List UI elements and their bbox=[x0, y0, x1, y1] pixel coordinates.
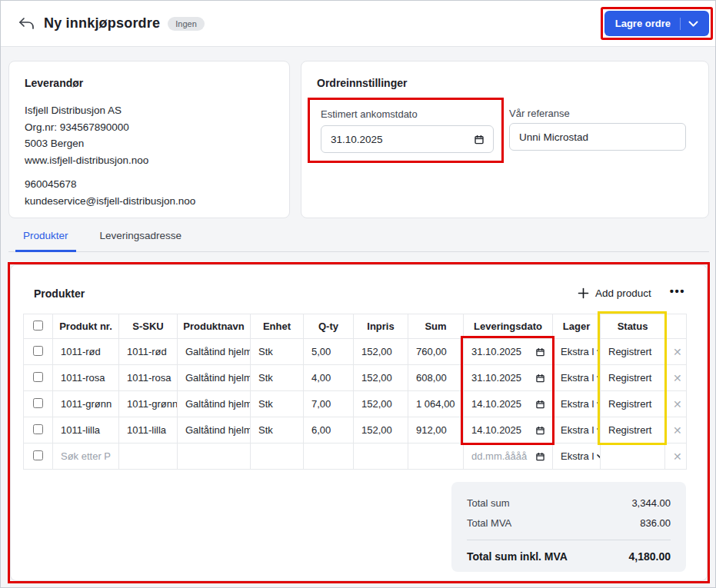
cell-inpris: 152,00 bbox=[354, 391, 408, 417]
more-options-button[interactable]: ••• bbox=[670, 284, 685, 302]
plus-icon bbox=[578, 287, 589, 299]
supplier-name: Isfjell Distribusjon AS bbox=[25, 102, 274, 119]
remove-row-icon[interactable]: ✕ bbox=[673, 372, 678, 384]
cell-inpris: 152,00 bbox=[354, 365, 408, 391]
col-leveringsdato: Leveringsdato bbox=[464, 314, 553, 339]
supplier-phone: 960045678 bbox=[25, 176, 274, 193]
order-settings-title: Ordreinnstillinger bbox=[317, 77, 407, 89]
cell-qty: 6,00 bbox=[304, 417, 354, 443]
warehouse-select[interactable]: Ekstra l bbox=[561, 398, 592, 410]
products-header: Produkter Add product ••• bbox=[11, 265, 707, 314]
warehouse-select[interactable]: Ekstra l bbox=[561, 346, 592, 357]
save-order-label: Lagre ordre bbox=[615, 18, 671, 29]
total-sum-value: 3,344.00 bbox=[631, 493, 671, 513]
products-title: Produkter bbox=[34, 287, 85, 300]
table-row: 1011-lilla 1011-lilla Galtåtind hjelm St… bbox=[24, 417, 687, 443]
supplier-orgnr: Org.nr: 934567890000 bbox=[25, 119, 274, 136]
col-enhet: Enhet bbox=[251, 314, 304, 339]
page-title: Ny innkjøpsordre bbox=[44, 15, 160, 32]
products-card: Produkter Add product ••• bbox=[10, 264, 708, 581]
annotation-red-box-products: Produkter Add product ••• bbox=[8, 262, 710, 583]
select-all-checkbox[interactable] bbox=[33, 321, 43, 331]
warehouse-select[interactable]: Ekstra l bbox=[561, 450, 592, 462]
new-product-row: dd.mm.åååå Ekstra l ✕ bbox=[24, 443, 687, 470]
cell-produktnavn: Galtåtind hjelm bbox=[178, 391, 251, 417]
col-status: Status bbox=[601, 314, 665, 339]
cell-status: Registrert bbox=[601, 339, 665, 365]
status-badge: Ingen bbox=[168, 17, 205, 31]
cell-produktnavn: Galtåtind hjelm bbox=[178, 417, 251, 443]
table-header-row: Produkt nr. S-SKU Produktnavn Enhet Q-ty… bbox=[24, 314, 687, 339]
add-product-label: Add product bbox=[595, 287, 651, 299]
button-divider bbox=[680, 18, 681, 30]
supplier-email: kundeservice@isfjell-distribusjon.noo bbox=[25, 193, 274, 210]
col-inpris: Inpris bbox=[354, 314, 408, 339]
delivery-date-input[interactable]: 31.10.2025 bbox=[471, 372, 544, 384]
row-checkbox[interactable] bbox=[33, 398, 43, 408]
cell-qty: 4,00 bbox=[304, 365, 354, 391]
arrival-date-input[interactable]: 31.10.2025 bbox=[321, 125, 494, 153]
annotation-red-box-arrival-date: Estimert ankomstdato 31.10.2025 bbox=[308, 98, 504, 163]
cell-status: Registrert bbox=[601, 365, 665, 391]
tab-bar: Produkter Leveringsadresse bbox=[8, 228, 709, 252]
delivery-date-input[interactable]: 31.10.2025 bbox=[471, 346, 544, 357]
delivery-date-input[interactable]: 14.10.2025 bbox=[471, 398, 544, 410]
calendar-icon bbox=[536, 426, 544, 435]
col-lager: Lager bbox=[553, 314, 601, 339]
col-s-sku: S-SKU bbox=[119, 314, 178, 339]
table-row: 1011-grønn 1011-grønn Galtåtind hjelm St… bbox=[24, 391, 687, 417]
delivery-date-input[interactable]: dd.mm.åååå bbox=[471, 450, 544, 462]
col-sum: Sum bbox=[408, 314, 464, 339]
table-row: 1011-rosa 1011-rosa Galtåtind hjelm Stk … bbox=[24, 365, 687, 391]
chevron-down-icon bbox=[597, 454, 600, 459]
delivery-date-input[interactable]: 14.10.2025 bbox=[471, 424, 544, 436]
remove-row-icon[interactable]: ✕ bbox=[673, 450, 678, 463]
cell-produktnavn: Galtåtind hjelm bbox=[178, 339, 251, 365]
row-checkbox[interactable] bbox=[33, 424, 43, 434]
cell-produkt-nr: 1011-rød bbox=[53, 339, 119, 365]
warehouse-select[interactable]: Ekstra l bbox=[561, 424, 592, 436]
our-reference-input[interactable] bbox=[509, 123, 686, 151]
col-produktnavn: Produktnavn bbox=[178, 314, 251, 339]
calendar-icon bbox=[536, 400, 544, 409]
products-table: Produkt nr. S-SKU Produktnavn Enhet Q-ty… bbox=[23, 314, 687, 470]
save-order-button[interactable]: Lagre ordre bbox=[604, 11, 709, 36]
ellipsis-icon: ••• bbox=[670, 284, 685, 297]
warehouse-select[interactable]: Ekstra l bbox=[561, 372, 592, 384]
chevron-down-icon bbox=[597, 350, 600, 354]
chevron-down-icon bbox=[597, 402, 600, 407]
cell-sum: 912,00 bbox=[408, 417, 464, 443]
back-arrow-icon bbox=[18, 17, 35, 30]
cell-status: Registrert bbox=[601, 391, 665, 417]
chevron-down-icon bbox=[597, 376, 600, 380]
total-sum-label: Total sum bbox=[467, 493, 510, 513]
cell-produkt-nr: 1011-lilla bbox=[53, 417, 119, 443]
tab-produkter[interactable]: Produkter bbox=[20, 228, 72, 251]
row-checkbox[interactable] bbox=[33, 346, 43, 356]
calendar-icon bbox=[536, 452, 544, 461]
chevron-down-icon bbox=[688, 21, 698, 27]
add-product-button[interactable]: Add product bbox=[578, 287, 651, 299]
tab-leveringsadresse[interactable]: Leveringsadresse bbox=[97, 228, 185, 251]
total-mva-label: Total MVA bbox=[467, 513, 511, 533]
row-checkbox[interactable] bbox=[33, 372, 43, 382]
product-search-input[interactable] bbox=[61, 450, 111, 462]
cell-qty: 7,00 bbox=[304, 391, 354, 417]
back-button[interactable] bbox=[15, 12, 38, 35]
cell-enhet: Stk bbox=[251, 391, 304, 417]
row-checkbox[interactable] bbox=[33, 450, 43, 460]
col-actions bbox=[665, 314, 687, 339]
cell-s-sku: 1011-lilla bbox=[119, 417, 178, 443]
col-qty: Q-ty bbox=[304, 314, 354, 339]
remove-row-icon[interactable]: ✕ bbox=[673, 398, 678, 410]
remove-row-icon[interactable]: ✕ bbox=[673, 424, 678, 437]
cell-inpris: 152,00 bbox=[354, 417, 408, 443]
cell-enhet: Stk bbox=[251, 339, 304, 365]
totals-divider bbox=[467, 540, 671, 540]
remove-row-icon[interactable]: ✕ bbox=[673, 346, 678, 358]
total-incl-mva-label: Total sum inkl. MVA bbox=[467, 548, 568, 565]
table-row: 1011-rød 1011-rød Galtåtind hjelm Stk 5,… bbox=[24, 339, 687, 365]
total-incl-mva-value: 4,180.00 bbox=[629, 548, 671, 565]
cell-sum: 1 064,00 bbox=[408, 391, 464, 417]
cell-status: Registrert bbox=[601, 417, 665, 443]
